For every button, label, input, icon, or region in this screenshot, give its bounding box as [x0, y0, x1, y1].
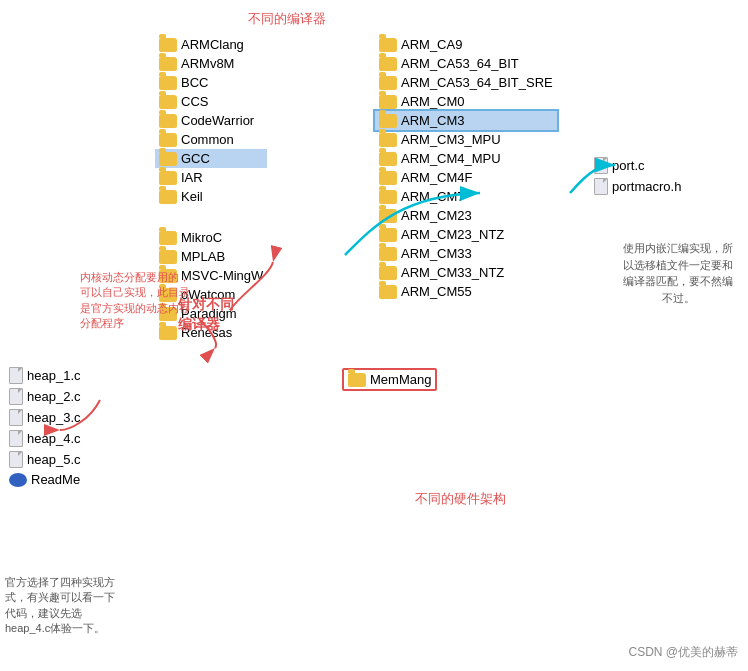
- annotation-compiler: 针对不同 编译器: [178, 295, 234, 334]
- list-item[interactable]: ARM_CA9: [375, 35, 557, 54]
- folder-icon: [379, 228, 397, 242]
- annotation-embed-asm: 使用内嵌汇编实现，所以选移植文件一定要和编译器匹配，要不然编不过。: [618, 240, 738, 306]
- file-icon: [9, 451, 23, 468]
- folder-icon: [159, 171, 177, 185]
- heap4-item[interactable]: heap_4.c: [5, 428, 85, 449]
- list-item[interactable]: ARM_CA53_64_BIT: [375, 54, 557, 73]
- folder-icon: [379, 285, 397, 299]
- folder-icon: [379, 95, 397, 109]
- file-icon: [9, 409, 23, 426]
- list-item[interactable]: ARMv8M: [155, 54, 267, 73]
- annotation-heap-choice: 官方选择了四种实现方式，有兴趣可以看一下代码，建议先选heap_4.c体验一下。: [5, 575, 120, 637]
- list-item[interactable]: ARMClang: [155, 35, 267, 54]
- folder-icon: [379, 171, 397, 185]
- heap3-item[interactable]: heap_3.c: [5, 407, 85, 428]
- watermark: CSDN @优美的赫蒂: [628, 644, 738, 661]
- memmang-item[interactable]: MemMang: [342, 368, 437, 391]
- folder-icon: [379, 152, 397, 166]
- title-hardware: 不同的硬件架构: [415, 490, 506, 508]
- list-item[interactable]: CCS: [155, 92, 267, 111]
- list-item[interactable]: ARM_CA53_64_BIT_SRE: [375, 73, 557, 92]
- architecture-list: ARM_CA9 ARM_CA53_64_BIT ARM_CA53_64_BIT_…: [375, 35, 557, 301]
- list-item[interactable]: CodeWarrior: [155, 111, 267, 130]
- list-item[interactable]: ARM_CM0: [375, 92, 557, 111]
- list-item[interactable]: ARM_CM55: [375, 282, 557, 301]
- list-item[interactable]: Keil: [155, 187, 267, 206]
- readme-icon: [9, 473, 27, 487]
- folder-icon: [159, 133, 177, 147]
- file-icon: [9, 430, 23, 447]
- gcc-item[interactable]: GCC: [155, 149, 267, 168]
- folder-icon: [348, 373, 366, 387]
- folder-icon: [159, 76, 177, 90]
- list-item[interactable]: ARM_CM23: [375, 206, 557, 225]
- list-item[interactable]: MikroC: [155, 228, 267, 247]
- arrows-overlay: [0, 0, 748, 671]
- folder-icon: [159, 95, 177, 109]
- folder-icon: [379, 190, 397, 204]
- folder-icon: [379, 247, 397, 261]
- list-item[interactable]: ARM_CM33: [375, 244, 557, 263]
- list-item[interactable]: MPLAB: [155, 247, 267, 266]
- file-icon: [594, 178, 608, 195]
- file-icon: [9, 388, 23, 405]
- folder-icon: [159, 152, 177, 166]
- list-item[interactable]: Common: [155, 130, 267, 149]
- arm-cm3-item[interactable]: ARM_CM3: [375, 111, 557, 130]
- folder-icon: [379, 57, 397, 71]
- folder-icon: [379, 133, 397, 147]
- list-item[interactable]: ARM_CM4F: [375, 168, 557, 187]
- annotation-heap-desc: 内核动态分配要用的，可以自己实现，此目录是官方实现的动态内存分配程序: [80, 270, 190, 332]
- folder-icon: [159, 231, 177, 245]
- folder-icon: [379, 266, 397, 280]
- folder-icon: [159, 250, 177, 264]
- folder-icon: [379, 38, 397, 52]
- heap5-item[interactable]: heap_5.c: [5, 449, 85, 470]
- list-item[interactable]: BCC: [155, 73, 267, 92]
- readme-item[interactable]: ReadMe: [5, 470, 85, 489]
- file-list: port.c portmacro.h: [590, 155, 685, 197]
- list-item[interactable]: ARM_CM23_NTZ: [375, 225, 557, 244]
- heap1-item[interactable]: heap_1.c: [5, 365, 85, 386]
- list-item[interactable]: IAR: [155, 168, 267, 187]
- file-icon: [9, 367, 23, 384]
- folder-icon: [159, 114, 177, 128]
- folder-icon: [379, 209, 397, 223]
- folder-icon: [159, 38, 177, 52]
- list-item[interactable]: ARM_CM7: [375, 187, 557, 206]
- heap-list: heap_1.c heap_2.c heap_3.c heap_4.c heap…: [5, 365, 85, 489]
- folder-icon: [159, 57, 177, 71]
- file-icon: [594, 157, 608, 174]
- list-item[interactable]: ARM_CM3_MPU: [375, 130, 557, 149]
- list-item[interactable]: ARM_CM33_NTZ: [375, 263, 557, 282]
- heap2-item[interactable]: heap_2.c: [5, 386, 85, 407]
- folder-icon: [379, 76, 397, 90]
- list-item[interactable]: ARM_CM4_MPU: [375, 149, 557, 168]
- folder-icon: [159, 190, 177, 204]
- title-compilers: 不同的编译器: [248, 10, 326, 28]
- folder-icon: [379, 114, 397, 128]
- portmacro-h-item[interactable]: portmacro.h: [590, 176, 685, 197]
- port-c-item[interactable]: port.c: [590, 155, 685, 176]
